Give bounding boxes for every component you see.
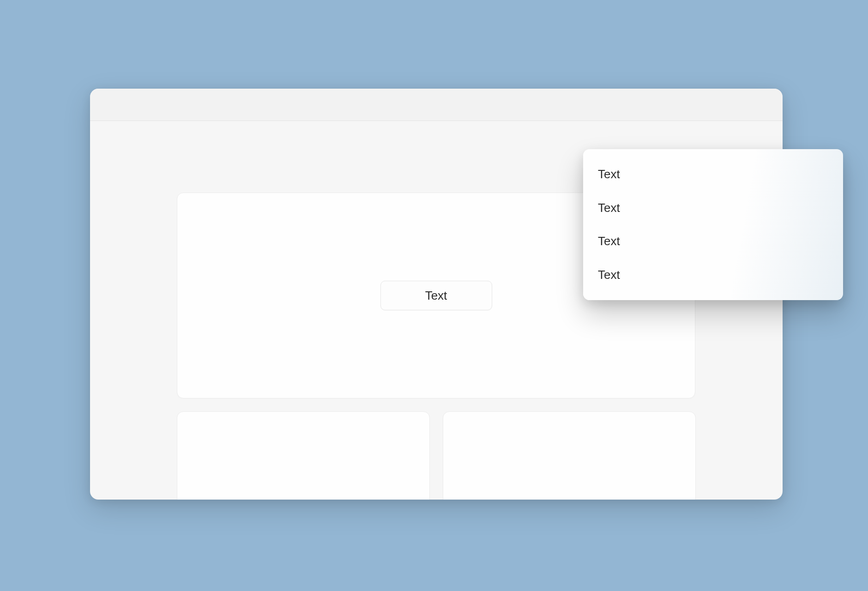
titlebar — [90, 89, 783, 121]
card-right — [443, 411, 696, 500]
menu-item-1[interactable]: Text — [583, 196, 843, 220]
text-button[interactable]: Text — [380, 281, 492, 310]
card-row — [177, 411, 696, 500]
menu-item-0[interactable]: Text — [583, 162, 843, 187]
card-left — [177, 411, 430, 500]
menu-item-2[interactable]: Text — [583, 229, 843, 253]
dropdown-menu: Text Text Text Text — [583, 149, 843, 300]
menu-item-3[interactable]: Text — [583, 263, 843, 287]
